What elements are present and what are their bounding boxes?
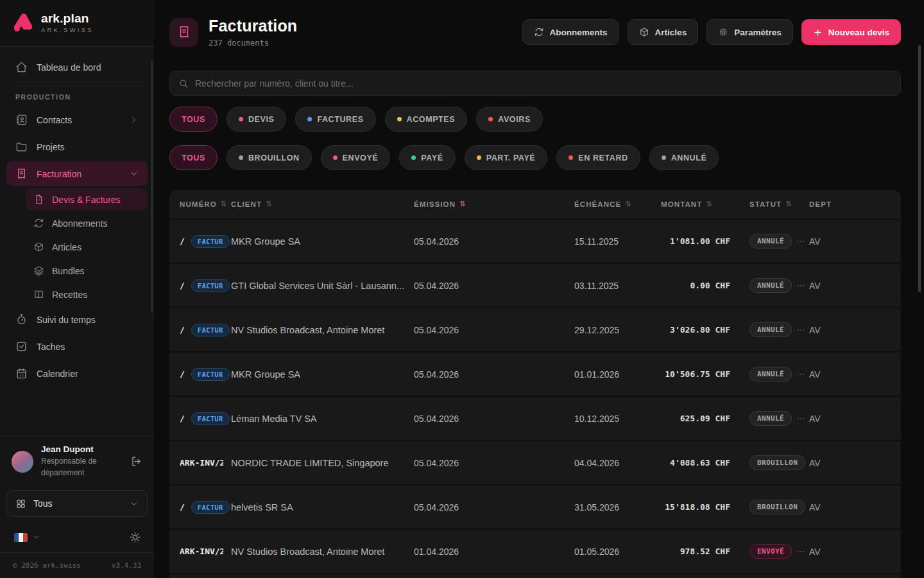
filter-chip-factures[interactable]: FACTURES xyxy=(295,107,375,132)
sidebar-item-taches[interactable]: Taches xyxy=(6,334,148,359)
invoice-number: / xyxy=(180,325,185,335)
filter-chip-en-retard[interactable]: EN RETARD xyxy=(556,145,640,170)
sidebar-item-facturation[interactable]: Facturation xyxy=(6,161,148,186)
table-row[interactable]: /FACTUR Léman Media TV SA 05.04.2026 10.… xyxy=(169,396,901,440)
doc-type-badge: FACTUR xyxy=(191,501,230,514)
filter-chip-envoye[interactable]: ENVOYÉ xyxy=(321,145,391,170)
sidebar-item-articles[interactable]: Articles xyxy=(26,236,148,258)
filter-chip-annule[interactable]: ANNULÉ xyxy=(649,145,719,170)
status-cell: BROUILLON xyxy=(730,455,809,470)
sidebar-item-label: Bundles xyxy=(52,266,85,276)
sidebar-item-recettes[interactable]: Recettes xyxy=(26,283,148,306)
receipt-icon xyxy=(15,168,28,180)
invoice-number: ARK-INV/2 xyxy=(180,547,223,556)
sun-icon[interactable] xyxy=(129,531,141,543)
doc-type-badge: FACTUR xyxy=(191,235,230,248)
dept-cell: AV xyxy=(809,414,901,424)
button-label: Nouveau devis xyxy=(828,28,889,37)
table-row[interactable]: /FACTUR GTI Global Services Unit Sàrl - … xyxy=(169,263,901,307)
sidebar-item-calendrier[interactable]: 12 Calendrier xyxy=(6,361,148,386)
numero-cell: /FACTUR xyxy=(180,279,231,292)
amount-cell: 15'818.08 CHF xyxy=(661,502,730,512)
invoice-number: / xyxy=(180,502,185,512)
table-row[interactable]: /FACTUR MKR Groupe SA 05.04.2026 15.11.2… xyxy=(169,218,901,263)
sort-icon[interactable]: ⇅ xyxy=(706,200,712,208)
column-header-client[interactable]: CLIENT⇅ xyxy=(231,200,414,208)
articles-button[interactable]: Articles xyxy=(628,19,699,45)
sidebar-item-bundles[interactable]: Bundles xyxy=(26,259,148,282)
column-header-emission[interactable]: ÉMISSION⇅ xyxy=(414,200,574,208)
emission-cell: 05.04.2026 xyxy=(414,414,574,424)
table-row[interactable]: ARK-INV/2 NORDIC TRADE LIMITED, Singapor… xyxy=(169,440,901,484)
more-options-icon[interactable]: ⋯ xyxy=(796,414,805,423)
header-actions: Abonnements Articles Paramètres Nouveau … xyxy=(522,19,901,45)
column-header-statut[interactable]: STATUT⇅ xyxy=(730,200,809,208)
sidebar-item-abonnements[interactable]: Abonnements xyxy=(26,212,148,234)
sort-icon[interactable]: ⇅ xyxy=(221,200,227,208)
scope-select[interactable]: Tous xyxy=(6,490,148,517)
filter-chip-part-paye[interactable]: PART. PAYÉ xyxy=(465,145,548,170)
parametres-button[interactable]: Paramètres xyxy=(706,19,793,45)
search-input[interactable] xyxy=(195,78,892,89)
more-options-icon[interactable]: ⋯ xyxy=(796,547,805,556)
logout-icon[interactable] xyxy=(130,455,142,468)
column-header-dept[interactable]: DEPT xyxy=(809,200,901,208)
sort-icon[interactable]: ⇅ xyxy=(266,200,272,208)
divider xyxy=(10,85,144,85)
sidebar-scrollbar[interactable] xyxy=(151,61,153,313)
amount-cell: 3'026.80 CHF xyxy=(661,325,730,335)
filter-chip-brouillon[interactable]: BROUILLON xyxy=(227,145,312,170)
filter-chip-tous-type[interactable]: TOUS xyxy=(169,107,218,132)
status-cell: ANNULÉ⋯ xyxy=(730,278,809,293)
table-row[interactable]: /FACTUR NV Studios Broadcast, Antoine Mo… xyxy=(169,307,901,351)
receipt-icon xyxy=(177,25,191,39)
column-header-echeance[interactable]: ÉCHÉANCE⇅ xyxy=(574,200,661,208)
table-row[interactable]: ARK-INV/2 NV Studios Broadcast, Antoine … xyxy=(169,529,901,573)
filter-chip-devis[interactable]: DEVIS xyxy=(227,107,287,132)
client-cell: NV Studios Broadcast, Antoine Moret xyxy=(231,547,414,557)
more-options-icon[interactable]: ⋯ xyxy=(796,281,805,290)
filter-chip-label: PART. PAYÉ xyxy=(486,153,536,162)
status-dot xyxy=(397,117,402,121)
sidebar-item-dashboard[interactable]: Tableau de bord xyxy=(6,55,148,80)
filter-chip-label: TOUS xyxy=(182,115,205,124)
filter-chip-tous-statut[interactable]: TOUS xyxy=(169,145,218,170)
filter-chip-acomptes[interactable]: ACOMPTES xyxy=(385,107,468,132)
avatar xyxy=(12,451,33,473)
amount-cell: 4'088.63 CHF xyxy=(661,458,730,468)
gear-icon xyxy=(718,27,728,37)
more-options-icon[interactable]: ⋯ xyxy=(796,325,805,335)
table-row[interactable]: /FACTUR helvetis SR SA 05.04.2026 31.05.… xyxy=(169,484,901,529)
column-header-numero[interactable]: NUMÉRO⇅ xyxy=(180,200,231,208)
more-options-icon[interactable]: ⋯ xyxy=(796,236,805,246)
more-options-icon[interactable]: ⋯ xyxy=(796,369,805,379)
sidebar-item-projets[interactable]: Projets xyxy=(6,134,148,159)
sidebar-item-devis-factures[interactable]: Devis & Factures xyxy=(26,188,148,211)
nouveau-devis-button[interactable]: Nouveau devis xyxy=(801,19,901,45)
language-flag-france[interactable] xyxy=(14,533,28,542)
filter-chip-label: ACOMPTES xyxy=(407,115,456,124)
numero-cell: /FACTUR xyxy=(180,501,231,514)
sort-icon-active[interactable]: ⇅ xyxy=(459,200,466,208)
calendar-icon: 12 xyxy=(15,367,28,380)
chevron-down-icon[interactable] xyxy=(32,533,40,541)
sidebar-item-contacts[interactable]: Contacts xyxy=(6,107,148,132)
sort-icon[interactable]: ⇅ xyxy=(785,200,792,208)
grid-icon xyxy=(15,498,26,509)
table-row[interactable]: /FACTUR MKR Groupe SA 05.04.2026 01.01.2… xyxy=(169,351,901,396)
sidebar-item-suivi-du-temps[interactable]: Suivi du temps xyxy=(6,307,148,332)
filter-chip-label: BROUILLON xyxy=(248,153,300,162)
status-dot xyxy=(477,155,481,160)
sidebar: ark.plan ARK.SWISS Tableau de bord PRODU… xyxy=(0,0,154,578)
page-scrollbar[interactable] xyxy=(918,45,921,292)
sort-icon[interactable]: ⇅ xyxy=(625,200,631,208)
table-header: NUMÉRO⇅ CLIENT⇅ ÉMISSION⇅ ÉCHÉANCE⇅ MONT… xyxy=(169,190,901,218)
brand-logo[interactable]: ark.plan ARK.SWISS xyxy=(0,0,154,47)
filter-chip-paye[interactable]: PAYÉ xyxy=(399,145,455,170)
abonnements-button[interactable]: Abonnements xyxy=(522,19,619,45)
filter-chip-avoirs[interactable]: AVOIRS xyxy=(476,107,543,132)
column-header-montant[interactable]: MONTANT⇅ xyxy=(661,200,730,208)
user-profile[interactable]: Jean Dupont Responsable de département xyxy=(0,435,154,487)
table-row[interactable]: ARK-INV/2 GTI Global Services Unit Sàrl … xyxy=(169,573,901,578)
sidebar-item-label: Suivi du temps xyxy=(37,315,96,325)
